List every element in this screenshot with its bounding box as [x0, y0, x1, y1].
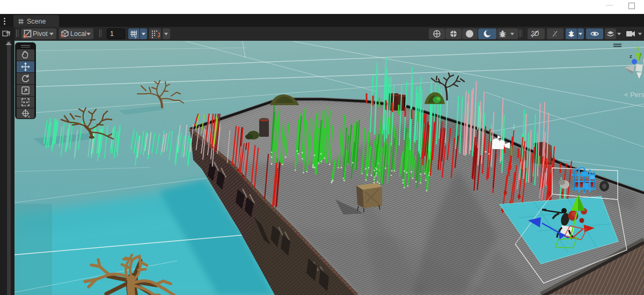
svg-text:< Pers: < Pers	[624, 91, 644, 99]
svg-text:y: y	[636, 46, 640, 51]
svg-text:z: z	[630, 53, 632, 59]
svg-text:y: y	[135, 34, 137, 39]
